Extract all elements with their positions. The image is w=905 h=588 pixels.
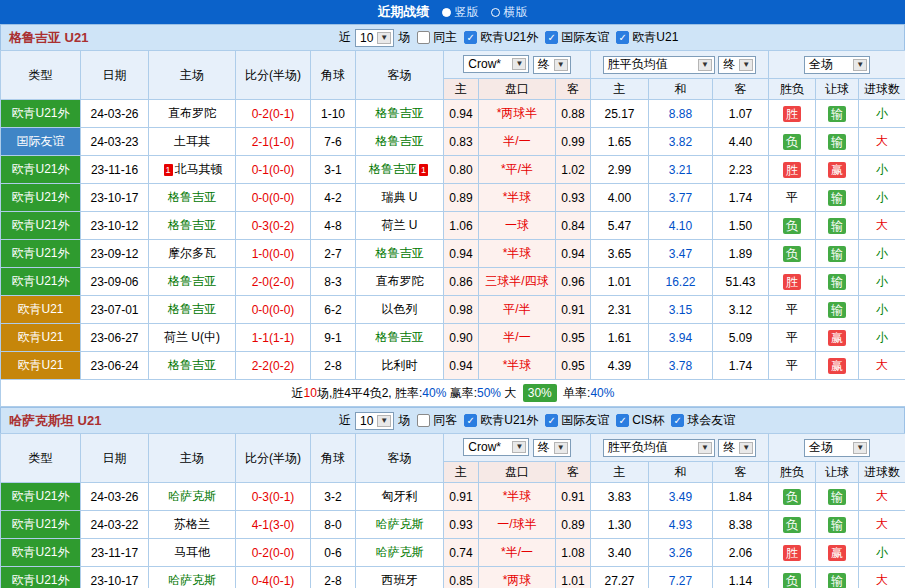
team-name-link[interactable]: 格鲁吉亚 bbox=[168, 358, 216, 372]
team-name-link[interactable]: 比利时 bbox=[382, 358, 418, 372]
layout-radio-horizontal[interactable]: 横版 bbox=[491, 4, 528, 21]
home-team: 格鲁吉亚 bbox=[149, 212, 236, 240]
team-name-link[interactable]: 西班牙 bbox=[382, 573, 418, 587]
scope-select[interactable]: 全场 ▼ bbox=[804, 439, 870, 457]
competition-filter[interactable]: ✓国际友谊 bbox=[545, 412, 609, 429]
match-type: 欧青U21外 bbox=[1, 100, 81, 128]
games-label: 场 bbox=[398, 412, 410, 429]
checkbox-icon[interactable]: ✓ bbox=[545, 31, 558, 44]
team-name-link[interactable]: 荷兰 U bbox=[382, 218, 418, 232]
home-team: 1北马其顿 bbox=[149, 156, 236, 184]
avg-draw: 3.82 bbox=[649, 128, 713, 156]
checkbox-icon[interactable]: ✓ bbox=[671, 414, 684, 427]
final-odds-select[interactable]: 终 ▼ bbox=[533, 439, 571, 457]
col-odds-home: 主 bbox=[444, 462, 479, 483]
team-name-link[interactable]: 格鲁吉亚 bbox=[168, 302, 216, 316]
odds-away: 0.99 bbox=[556, 128, 591, 156]
checkbox-icon[interactable]: ✓ bbox=[616, 414, 629, 427]
layout-radio-vertical[interactable]: 竖版 bbox=[442, 4, 479, 21]
col-date: 日期 bbox=[81, 434, 149, 483]
away-team: 哈萨克斯 bbox=[356, 539, 444, 567]
team-name-link[interactable]: 哈萨克斯 bbox=[376, 517, 424, 531]
competition-filter[interactable]: ✓CIS杯 bbox=[616, 412, 664, 429]
layout-radio-vertical-label: 竖版 bbox=[455, 4, 479, 21]
team-name-link[interactable]: 马耳他 bbox=[174, 545, 210, 559]
team-name-link[interactable]: 荷兰 U(中) bbox=[164, 330, 220, 344]
odds-away: 1.01 bbox=[556, 567, 591, 588]
home-team: 荷兰 U(中) bbox=[149, 324, 236, 352]
corners: 3-2 bbox=[311, 483, 356, 511]
checkbox-icon[interactable]: ✓ bbox=[545, 414, 558, 427]
scope-select[interactable]: 全场 ▼ bbox=[804, 56, 870, 74]
result-badge: 负 bbox=[783, 517, 801, 533]
match-row: 欧青U21外24-03-26哈萨克斯0-3(0-1)3-2匈牙利0.91*半球0… bbox=[1, 483, 905, 511]
match-count-value: 10 bbox=[360, 414, 373, 428]
odds-home: 0.98 bbox=[444, 296, 479, 324]
team-name-link[interactable]: 哈萨克斯 bbox=[168, 489, 216, 503]
competition-filter[interactable]: ✓欧青U21外 bbox=[464, 412, 538, 429]
team-name-link[interactable]: 格鲁吉亚 bbox=[168, 190, 216, 204]
final-odds-select[interactable]: 终 ▼ bbox=[533, 56, 571, 74]
summary-part: 赢率: bbox=[446, 386, 477, 400]
avg-away: 1.84 bbox=[713, 483, 769, 511]
odds-home: 0.94 bbox=[444, 240, 479, 268]
competition-filter[interactable]: ✓球会友谊 bbox=[671, 412, 735, 429]
home-team: 直布罗陀 bbox=[149, 100, 236, 128]
odds-away: 0.95 bbox=[556, 324, 591, 352]
team-name-link[interactable]: 格鲁吉亚 bbox=[376, 330, 424, 344]
odds-company-select[interactable]: Crow* ▼ bbox=[463, 438, 529, 456]
radio-icon[interactable] bbox=[491, 8, 500, 17]
odds-company-select[interactable]: Crow* ▼ bbox=[463, 55, 529, 73]
team-name-link[interactable]: 摩尔多瓦 bbox=[168, 246, 216, 260]
checkbox-icon[interactable] bbox=[417, 31, 430, 44]
team-name-link[interactable]: 直布罗陀 bbox=[376, 274, 424, 288]
scope-select-value: 全场 bbox=[809, 56, 833, 73]
goals-result: 大 bbox=[859, 483, 905, 511]
team-name-link[interactable]: 以色列 bbox=[382, 302, 418, 316]
final-avg-select[interactable]: 终 ▼ bbox=[718, 439, 756, 457]
team-name-link[interactable]: 瑞典 U bbox=[382, 190, 418, 204]
goals-result: 大 bbox=[859, 511, 905, 539]
goals-result: 大 bbox=[859, 128, 905, 156]
team-name-link[interactable]: 格鲁吉亚 bbox=[376, 106, 424, 120]
checkbox-icon[interactable]: ✓ bbox=[464, 31, 477, 44]
avg-select[interactable]: 胜平负均值 ▼ bbox=[603, 56, 715, 74]
team-name-link[interactable]: 哈萨克斯 bbox=[376, 545, 424, 559]
team-name-link[interactable]: 格鲁吉亚 bbox=[369, 162, 417, 176]
odds-company-value: Crow* bbox=[468, 440, 501, 454]
team-name-link[interactable]: 土耳其 bbox=[174, 134, 210, 148]
same-venue-filter[interactable]: 同客 bbox=[417, 412, 457, 429]
team-name-link[interactable]: 哈萨克斯 bbox=[168, 573, 216, 587]
team-name-link[interactable]: 格鲁吉亚 bbox=[168, 274, 216, 288]
match-score: 2-0(2-0) bbox=[236, 268, 311, 296]
col-avg-away: 客 bbox=[713, 79, 769, 100]
avg-select[interactable]: 胜平负均值 ▼ bbox=[603, 439, 715, 457]
handicap-line: 一/球半 bbox=[479, 511, 556, 539]
competition-filter[interactable]: ✓欧青U21 bbox=[616, 29, 678, 46]
team-name-link[interactable]: 匈牙利 bbox=[382, 489, 418, 503]
odds-away: 0.94 bbox=[556, 240, 591, 268]
match-count-select[interactable]: 10 ▼ bbox=[355, 412, 394, 430]
avg-home: 2.31 bbox=[591, 296, 649, 324]
checkbox-icon[interactable] bbox=[417, 414, 430, 427]
final-avg-select[interactable]: 终 ▼ bbox=[718, 56, 756, 74]
checkbox-icon[interactable]: ✓ bbox=[464, 414, 477, 427]
team-name-link[interactable]: 格鲁吉亚 bbox=[168, 218, 216, 232]
avg-header-cell: 胜平负均值 ▼ 终 ▼ bbox=[591, 51, 769, 79]
match-count-select[interactable]: 10 ▼ bbox=[355, 29, 394, 47]
team-name-link[interactable]: 北马其顿 bbox=[175, 162, 223, 176]
radio-icon[interactable] bbox=[442, 8, 451, 17]
team-name-link[interactable]: 格鲁吉亚 bbox=[376, 246, 424, 260]
competition-filter[interactable]: ✓欧青U21外 bbox=[464, 29, 538, 46]
team-name-link[interactable]: 直布罗陀 bbox=[168, 106, 216, 120]
checkbox-icon[interactable]: ✓ bbox=[616, 31, 629, 44]
team-name-link[interactable]: 苏格兰 bbox=[174, 517, 210, 531]
competition-filter[interactable]: ✓国际友谊 bbox=[545, 29, 609, 46]
red-card-icon: 1 bbox=[419, 164, 428, 176]
handicap-line: 半/一 bbox=[479, 128, 556, 156]
scope-header-cell: 全场 ▼ bbox=[769, 51, 905, 79]
odds-away: 0.95 bbox=[556, 352, 591, 380]
team-name-link[interactable]: 格鲁吉亚 bbox=[376, 134, 424, 148]
same-venue-filter[interactable]: 同主 bbox=[417, 29, 457, 46]
away-team: 西班牙 bbox=[356, 567, 444, 588]
